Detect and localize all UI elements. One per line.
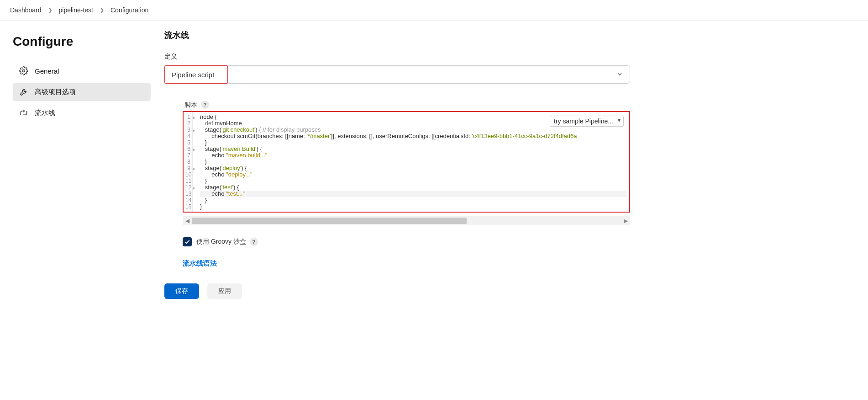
chevron-down-icon: [616, 70, 623, 79]
sidebar-item-label: 高级项目选项: [35, 88, 76, 96]
pipeline-syntax-link[interactable]: 流水线语法: [183, 259, 217, 267]
groovy-sandbox-checkbox[interactable]: [183, 237, 192, 246]
apply-button[interactable]: 应用: [207, 283, 242, 299]
svg-point-0: [23, 70, 25, 72]
section-title-pipeline: 流水线: [164, 30, 630, 41]
try-sample-pipeline-select[interactable]: try sample Pipeline...: [550, 116, 624, 127]
definition-select-highlight: Pipeline script: [164, 65, 228, 84]
help-icon[interactable]: ?: [201, 101, 209, 109]
definition-select-expand[interactable]: [228, 65, 630, 84]
script-label: 脚本: [184, 97, 197, 109]
definition-label: 定义: [164, 53, 630, 61]
sidebar-item-general[interactable]: General: [13, 62, 151, 80]
sidebar-item-label: General: [35, 67, 59, 75]
scroll-left-arrow-icon[interactable]: ◀: [183, 218, 192, 224]
line-number-gutter: 1▾23▾456▾789▾101112▾131415: [184, 112, 193, 212]
scrollbar-track[interactable]: [192, 218, 621, 224]
code-content[interactable]: node { def mvnHome stage('git checkout')…: [193, 112, 629, 212]
pipeline-icon: [19, 108, 28, 117]
definition-select[interactable]: Pipeline script: [165, 66, 227, 83]
save-button[interactable]: 保存: [164, 283, 199, 299]
groovy-sandbox-label: 使用 Groovy 沙盒: [196, 238, 246, 246]
chevron-right-icon: ❯: [100, 7, 104, 13]
script-editor[interactable]: 1▾23▾456▾789▾101112▾131415 node { def mv…: [184, 112, 629, 212]
sidebar: Configure General 高级项目选项: [0, 30, 160, 313]
sidebar-item-pipeline[interactable]: 流水线: [13, 104, 151, 122]
gear-icon: [19, 66, 28, 75]
horizontal-scrollbar[interactable]: ◀ ▶: [183, 216, 630, 225]
breadcrumb-pipeline-test[interactable]: pipeline-test: [57, 5, 95, 15]
main-content: 流水线 定义 Pipeline script 脚本 ? 1▾23▾456▾789…: [160, 30, 644, 313]
help-icon[interactable]: ?: [250, 238, 258, 246]
breadcrumb-configuration[interactable]: Configuration: [109, 5, 150, 15]
scrollbar-thumb[interactable]: [192, 218, 467, 224]
sidebar-item-label: 流水线: [35, 109, 55, 117]
breadcrumb: Dashboard ❯ pipeline-test ❯ Configuratio…: [0, 0, 868, 21]
sidebar-item-advanced-options[interactable]: 高级项目选项: [13, 83, 151, 101]
page-title: Configure: [13, 34, 151, 49]
wrench-icon: [19, 87, 28, 96]
breadcrumb-dashboard[interactable]: Dashboard: [8, 5, 43, 15]
script-editor-highlight: 1▾23▾456▾789▾101112▾131415 node { def mv…: [183, 111, 630, 213]
chevron-right-icon: ❯: [48, 7, 53, 13]
scroll-right-arrow-icon[interactable]: ▶: [621, 218, 630, 224]
